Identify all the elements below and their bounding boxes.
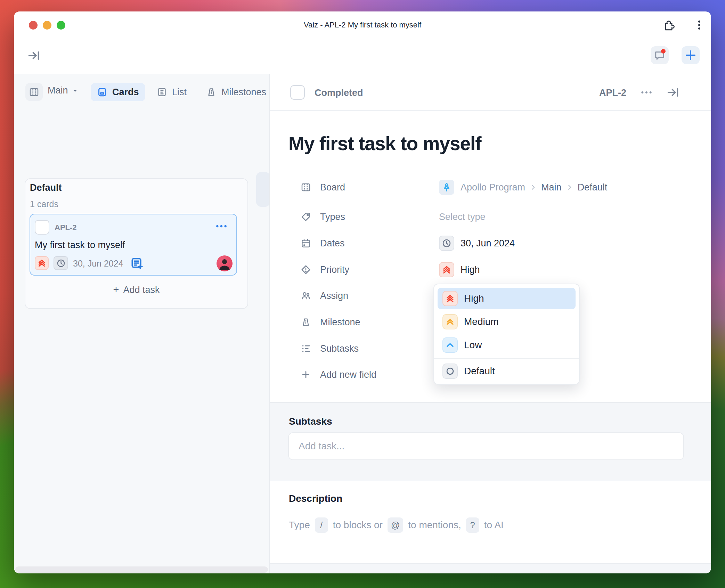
chat-button[interactable] [651, 46, 669, 64]
question-key: ? [466, 517, 479, 533]
priority-value: High [461, 264, 480, 275]
view-switcher-main[interactable]: Main [48, 85, 79, 96]
breadcrumb-program: Apollo Program [461, 182, 525, 193]
rocket-icon [439, 180, 454, 195]
at-key: @ [388, 517, 403, 533]
breadcrumb-board: Main [541, 182, 562, 193]
field-subtasks[interactable]: Subtasks [301, 341, 359, 356]
task-more-icon[interactable] [640, 85, 653, 99]
card-more-icon[interactable] [214, 219, 228, 233]
card-checkbox[interactable] [35, 220, 49, 235]
collapse-sidebar-icon[interactable] [27, 49, 40, 62]
field-board: Board [301, 180, 345, 195]
description-heading: Description [289, 493, 342, 504]
subtasks-section: Subtasks Add task... [270, 402, 711, 481]
milestone-icon [301, 317, 311, 327]
tab-label: Milestones [221, 87, 266, 98]
dates-value: 30, Jun 2024 [461, 238, 515, 249]
tab-cards[interactable]: Cards [91, 83, 145, 101]
description-section: Description Type / to blocks or @ to men… [270, 481, 711, 563]
chevrons-high-icon [442, 291, 458, 306]
add-button[interactable] [682, 46, 700, 64]
subtasks-icon [301, 343, 311, 354]
milestones-icon [206, 87, 217, 97]
chevrons-medium-icon [442, 314, 458, 329]
view-name: Main [48, 85, 68, 96]
tab-label: Cards [112, 87, 139, 98]
field-milestone[interactable]: Milestone [301, 315, 360, 330]
field-priority-value[interactable]: High [439, 262, 480, 277]
cards-icon [97, 87, 107, 97]
board-view-button[interactable] [25, 83, 43, 101]
field-dates: Dates [301, 236, 345, 251]
extensions-puzzle-icon[interactable] [663, 19, 675, 31]
priority-option-high[interactable]: High [438, 288, 576, 309]
card-title: My first task to myself [35, 240, 125, 251]
card-description-add-icon[interactable] [130, 256, 143, 270]
priority-diamond-icon [301, 264, 311, 275]
assignee-avatar[interactable] [217, 255, 233, 271]
tag-icon [301, 212, 311, 222]
task-title: My first task to myself [288, 132, 481, 155]
description-editor[interactable]: Type / to blocks or @ to mentions, ? to … [289, 517, 504, 533]
priority-option-low[interactable]: Low [438, 334, 576, 356]
field-priority: Priority [301, 262, 349, 277]
add-task-button[interactable]: +Add task [25, 284, 248, 295]
list-icon [157, 87, 167, 97]
panel-footer [270, 563, 711, 573]
priority-option-medium[interactable]: Medium [438, 311, 576, 333]
task-header: Completed APL-2 [270, 74, 711, 111]
notification-dot [661, 49, 666, 54]
kebab-menu-icon[interactable] [693, 19, 705, 31]
breadcrumb-group: Default [578, 182, 608, 193]
plus-icon: + [113, 284, 119, 295]
clock-icon [439, 236, 454, 251]
select-type-placeholder: Select type [439, 212, 486, 222]
card-priority-high-icon [35, 256, 49, 270]
subtasks-heading: Subtasks [289, 416, 332, 427]
card-key: APL-2 [55, 223, 77, 232]
board-panel: Main Cards List Milestones D [14, 74, 269, 573]
app-window: Vaiz - APL-2 My first task to myself [14, 11, 711, 573]
chevron-down-icon [72, 87, 79, 94]
field-types-value[interactable]: Select type [439, 209, 486, 224]
chevrons-high-icon [439, 262, 454, 277]
close-panel-icon[interactable] [666, 86, 679, 99]
assign-people-icon [301, 291, 311, 301]
board-icon [301, 182, 311, 193]
completed-label: Completed [315, 88, 363, 98]
field-dates-value[interactable]: 30, Jun 2024 [439, 236, 515, 251]
column-card-count: 1 cards [30, 199, 58, 209]
horizontal-scrollbar[interactable] [15, 566, 268, 573]
tab-list[interactable]: List [150, 83, 193, 101]
chevron-low-icon [442, 337, 458, 353]
circle-default-icon [442, 364, 458, 379]
field-board-value[interactable]: Apollo Program Main Default [439, 180, 607, 195]
calendar-icon [301, 238, 311, 248]
window-title: Vaiz - APL-2 My first task to myself [14, 21, 711, 30]
priority-dropdown: High Medium Low Default [433, 284, 580, 385]
tab-milestones[interactable]: Milestones [200, 83, 269, 101]
field-types: Types [301, 209, 345, 224]
panel-drag-handle[interactable] [256, 172, 269, 207]
column-title: Default [30, 182, 62, 193]
completed-checkbox[interactable] [290, 85, 305, 100]
priority-option-default[interactable]: Default [438, 360, 576, 382]
task-key: APL-2 [599, 88, 626, 98]
subtask-input[interactable]: Add task... [288, 432, 684, 460]
add-new-field-button[interactable]: Add new field [301, 367, 376, 382]
subtask-placeholder: Add task... [299, 441, 344, 452]
task-card[interactable]: APL-2 My first task to myself 30, Jun 20… [30, 214, 237, 276]
tab-label: List [172, 87, 187, 98]
field-assign[interactable]: Assign [301, 288, 348, 303]
dropdown-divider [434, 358, 579, 359]
chevron-right-icon [529, 183, 537, 191]
card-due-clock-icon [54, 256, 68, 270]
plus-icon [301, 369, 311, 380]
chevron-right-icon [566, 183, 573, 191]
card-due-date: 30, Jun 2024 [73, 259, 123, 269]
slash-key: / [315, 517, 328, 533]
